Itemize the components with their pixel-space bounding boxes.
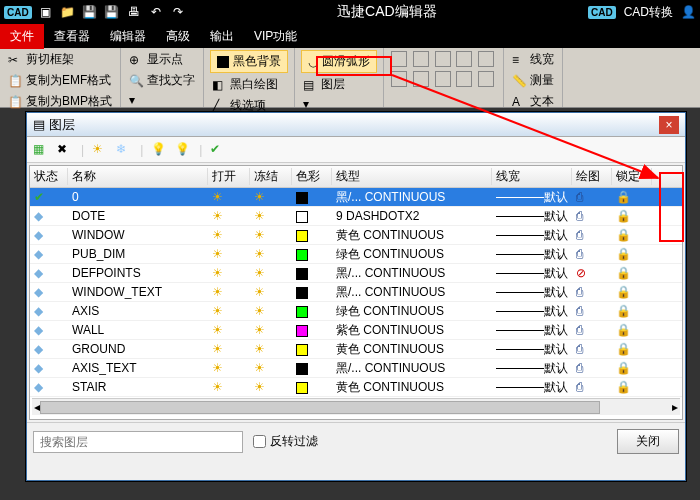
ribbon-copy-emf[interactable]: 📋复制为EMF格式 [6, 71, 114, 90]
color-swatch[interactable] [292, 209, 332, 223]
cad-convert-link[interactable]: CAD转换 [624, 4, 673, 21]
lock-toggle[interactable]: 🔒 [612, 342, 652, 356]
freeze-toggle[interactable]: ☀ [250, 209, 292, 223]
view-icon[interactable] [391, 71, 407, 87]
col-lock[interactable]: 锁定 [612, 168, 652, 185]
h-scrollbar[interactable]: ◂▸ [32, 398, 680, 415]
ribbon-showpt[interactable]: ⊕显示点 [127, 50, 197, 69]
lineweight-cell[interactable]: 默认 [492, 246, 572, 263]
print-icon[interactable]: 🖶 [126, 4, 142, 20]
ribbon-text[interactable]: A文本 [510, 92, 556, 111]
plot-toggle[interactable]: ⊘ [572, 266, 612, 280]
color-swatch[interactable] [292, 304, 332, 318]
new-layer-icon[interactable]: ▦ [33, 142, 49, 158]
open-toggle[interactable]: ☀ [208, 190, 250, 204]
lineweight-cell[interactable]: 默认 [492, 322, 572, 339]
col-state[interactable]: 状态 [30, 168, 68, 185]
menu-advanced[interactable]: 高级 [156, 24, 200, 49]
linetype-cell[interactable]: 黑/... CONTINUOUS [332, 398, 492, 399]
col-plot[interactable]: 绘图 [572, 168, 612, 185]
freeze-toggle[interactable]: ☀ [250, 342, 292, 356]
menu-viewer[interactable]: 查看器 [44, 24, 100, 49]
lock-toggle[interactable]: 🔒 [612, 190, 652, 204]
open-icon[interactable]: 📁 [60, 4, 76, 20]
color-swatch[interactable] [292, 342, 332, 356]
ribbon-layer[interactable]: ▤图层 [301, 75, 377, 94]
lock-toggle[interactable]: 🔒 [612, 285, 652, 299]
plot-toggle[interactable]: ⎙ [572, 380, 612, 394]
color-swatch[interactable] [292, 247, 332, 261]
open-toggle[interactable]: ☀ [208, 247, 250, 261]
view-icon[interactable] [413, 71, 429, 87]
freeze-toggle[interactable]: ☀ [250, 190, 292, 204]
linetype-cell[interactable]: 9 DASHDOTX2 [332, 209, 492, 223]
view-icon[interactable] [413, 51, 429, 67]
plot-toggle[interactable]: ⎙ [572, 304, 612, 318]
lineweight-cell[interactable]: 默认 [492, 398, 572, 399]
table-row[interactable]: ◆AXIS_TEXT☀☀黑/... CONTINUOUS默认⎙🔒 [30, 359, 682, 378]
freeze-toggle[interactable]: ☀ [250, 323, 292, 337]
freeze-toggle[interactable]: ☀ [250, 361, 292, 375]
lineweight-cell[interactable]: 默认 [492, 189, 572, 206]
col-lw[interactable]: 线宽 [492, 168, 572, 185]
col-ltype[interactable]: 线型 [332, 168, 492, 185]
view-icon[interactable] [456, 51, 472, 67]
sun-icon[interactable]: ☀ [92, 142, 108, 158]
freeze-toggle[interactable]: ☀ [250, 380, 292, 394]
ribbon-copy-bmp[interactable]: 📋复制为BMP格式 [6, 92, 114, 111]
color-swatch[interactable] [292, 190, 332, 204]
ribbon-more[interactable]: ▾ [127, 92, 197, 108]
view-icon[interactable] [478, 71, 494, 87]
lineweight-cell[interactable]: 默认 [492, 265, 572, 282]
menu-file[interactable]: 文件 [0, 24, 44, 49]
open-toggle[interactable]: ☀ [208, 342, 250, 356]
lock-toggle[interactable]: 🔒 [612, 266, 652, 280]
linetype-cell[interactable]: 黄色 CONTINUOUS [332, 227, 492, 244]
redo-icon[interactable]: ↷ [170, 4, 186, 20]
plot-toggle[interactable]: ⎙ [572, 209, 612, 223]
view-icon[interactable] [478, 51, 494, 67]
lock-toggle[interactable]: 🔒 [612, 361, 652, 375]
table-row[interactable]: ◆WINDOW_TEXT☀☀黑/... CONTINUOUS默认⎙🔒 [30, 283, 682, 302]
freeze-toggle[interactable]: ☀ [250, 247, 292, 261]
plot-toggle[interactable]: ⎙ [572, 247, 612, 261]
color-swatch[interactable] [292, 228, 332, 242]
open-toggle[interactable]: ☀ [208, 323, 250, 337]
color-swatch[interactable] [292, 380, 332, 394]
lineweight-cell[interactable]: 默认 [492, 208, 572, 225]
plot-toggle[interactable]: ⎙ [572, 190, 612, 204]
open-toggle[interactable]: ☀ [208, 285, 250, 299]
table-row[interactable]: ◆WINDOW☀☀黄色 CONTINUOUS默认⎙🔒 [30, 226, 682, 245]
color-swatch[interactable] [292, 285, 332, 299]
snowflake-icon[interactable]: ❄ [116, 142, 132, 158]
plot-toggle[interactable]: ⎙ [572, 285, 612, 299]
table-row[interactable]: ◆DOTE☀☀9 DASHDOTX2默认⎙🔒 [30, 207, 682, 226]
linetype-cell[interactable]: 黑/... CONTINUOUS [332, 265, 492, 282]
bulb-on-icon[interactable]: 💡 [151, 142, 167, 158]
plot-toggle[interactable]: ⎙ [572, 323, 612, 337]
ribbon-more2[interactable]: ▾ [301, 96, 377, 112]
col-freeze[interactable]: 冻结 [250, 168, 292, 185]
view-icon[interactable] [391, 51, 407, 67]
plot-toggle[interactable]: ⎙ [572, 228, 612, 242]
linetype-cell[interactable]: 黑/... CONTINUOUS [332, 284, 492, 301]
lineweight-cell[interactable]: 默认 [492, 341, 572, 358]
lineweight-cell[interactable]: 默认 [492, 284, 572, 301]
check-icon[interactable]: ✔ [210, 142, 226, 158]
linetype-cell[interactable]: 黄色 CONTINUOUS [332, 341, 492, 358]
ribbon-linew[interactable]: ≡线宽 [510, 50, 556, 69]
table-row[interactable]: ◆DEFPOINTS☀☀黑/... CONTINUOUS默认⊘🔒 [30, 264, 682, 283]
open-toggle[interactable]: ☀ [208, 380, 250, 394]
open-toggle[interactable]: ☀ [208, 361, 250, 375]
ribbon-cut[interactable]: ✂剪切框架 [6, 50, 114, 69]
color-swatch[interactable] [292, 266, 332, 280]
menu-output[interactable]: 输出 [200, 24, 244, 49]
table-row[interactable]: ◆GROUND☀☀黄色 CONTINUOUS默认⎙🔒 [30, 340, 682, 359]
linetype-cell[interactable]: 黑/... CONTINUOUS [332, 360, 492, 377]
menu-editor[interactable]: 编辑器 [100, 24, 156, 49]
linetype-cell[interactable]: 紫色 CONTINUOUS [332, 322, 492, 339]
open-toggle[interactable]: ☀ [208, 304, 250, 318]
table-row[interactable]: ◆STAIR☀☀黄色 CONTINUOUS默认⎙🔒 [30, 378, 682, 397]
plot-toggle[interactable]: ⎙ [572, 342, 612, 356]
table-row[interactable]: ◆WALL☀☀紫色 CONTINUOUS默认⎙🔒 [30, 321, 682, 340]
